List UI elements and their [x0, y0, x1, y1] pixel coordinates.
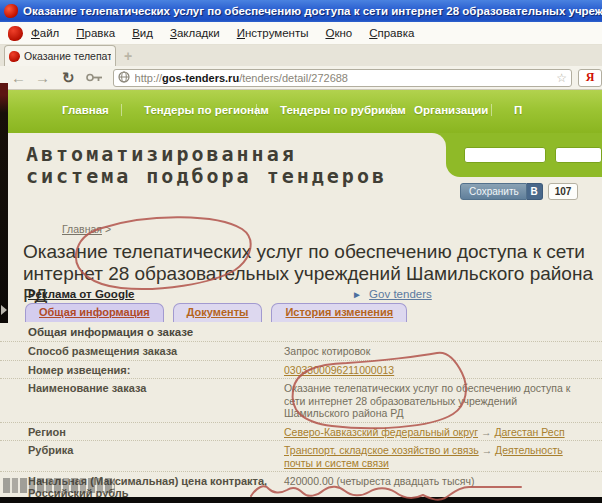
menu-file[interactable]: Файл	[31, 27, 59, 39]
gov-tenders-link[interactable]: Gov tenders	[369, 288, 432, 300]
vk-share-widget[interactable]: Сохранить В 107	[460, 183, 578, 200]
play-marker-icon	[1, 305, 7, 315]
table-row: Номер извещения: 0303300096211000013	[0, 360, 602, 379]
notice-number-link[interactable]: 0303300096211000013	[284, 364, 394, 376]
row-label: Номер извещения:	[0, 361, 282, 379]
menu-help[interactable]: Справка	[369, 27, 414, 39]
breadcrumb-separator: >	[105, 223, 111, 235]
nav-tenders-by-rubric[interactable]: Тендеры по рубрикам	[280, 104, 406, 116]
table-row: Наименование заказа Оказание телепатичес…	[0, 378, 602, 422]
row-label: Рубрика	[0, 441, 282, 471]
table-section-header: Общая информация о заказе	[0, 322, 602, 341]
region-district-link[interactable]: Северо-Кавказский федеральный округ	[284, 426, 478, 438]
rubric-category-link[interactable]: Транспорт, складское хозяйство и связь	[284, 444, 479, 456]
menu-window[interactable]: Окно	[325, 27, 352, 39]
table-row: Рубрика Транспорт, складское хозяйство и…	[0, 440, 602, 471]
search-input-1[interactable]	[464, 147, 546, 163]
tab-documents[interactable]: Документы	[173, 303, 263, 322]
menu-edit[interactable]: Правка	[76, 27, 115, 39]
video-overlay-strip	[0, 83, 8, 323]
window-titlebar: Оказание телепатических услуг по обеспеч…	[0, 0, 602, 22]
tab-favicon-icon	[9, 51, 20, 62]
tab-general-info[interactable]: Общая информация	[25, 303, 164, 322]
nav-organizations[interactable]: Организации	[414, 104, 488, 116]
video-bottom-bar	[0, 497, 602, 503]
url-text: http://gos-tenders.ru/tenders/detail/272…	[135, 72, 553, 84]
row-value: Запрос котировок	[282, 342, 574, 360]
forward-button-icon[interactable]: →	[35, 70, 50, 85]
menu-bar: Файл Правка Вид Закладки Инструменты Окн…	[0, 22, 602, 45]
arrow-separator: →	[481, 426, 492, 438]
nav-divider	[121, 104, 122, 116]
bookmark-star-icon[interactable]: ☆	[556, 71, 567, 85]
address-bar[interactable]: http://gos-tenders.ru/tenders/detail/272…	[113, 69, 572, 87]
table-row: Способ размещения заказа Запрос котирово…	[0, 341, 602, 360]
browser-logo-icon	[8, 26, 23, 41]
row-label: Наименование заказа	[0, 379, 282, 422]
order-info-table: Общая информация о заказе Способ размеще…	[0, 322, 602, 501]
site-logo-line1: Автоматизированная	[26, 143, 446, 165]
breadcrumb: Главная >	[62, 223, 111, 235]
tab-bar: Оказание телепатичес... +	[0, 45, 602, 66]
content-tabs: Общая информация Документы История измен…	[25, 303, 416, 322]
gov-tenders-ad[interactable]: ► Gov tenders	[352, 288, 432, 300]
watermark	[3, 478, 115, 493]
yandex-search-button[interactable]: Я	[578, 69, 602, 87]
vk-logo-icon: В	[527, 183, 543, 200]
window-title: Оказание телепатических услуг по обеспеч…	[23, 5, 602, 17]
triangle-icon: ►	[352, 289, 362, 300]
arrow-separator: →	[482, 444, 493, 456]
key-icon	[86, 69, 103, 87]
table-row: Регион Северо-Кавказский федеральный окр…	[0, 422, 602, 441]
row-label: Способ размещения заказа	[0, 342, 282, 360]
nav-divider	[491, 104, 492, 116]
tab-title: Оказание телепатичес...	[24, 50, 111, 62]
reload-button-icon[interactable]: ↻	[62, 70, 75, 85]
breadcrumb-home-link[interactable]: Главная	[62, 223, 102, 235]
region-republic-link[interactable]: Дагестан Респ	[494, 426, 564, 438]
menu-view[interactable]: Вид	[132, 27, 153, 39]
nav-tenders-by-region[interactable]: Тендеры по регионам	[144, 104, 269, 116]
google-ad-label[interactable]: Реклама от Google	[28, 288, 135, 300]
tab-history[interactable]: История изменения	[271, 303, 407, 322]
site-navigation: Главная Тендеры по регионам Тендеры по р…	[0, 90, 602, 133]
vk-share-count: 107	[548, 183, 579, 200]
search-input-2[interactable]	[555, 147, 602, 163]
menu-tools[interactable]: Инструменты	[237, 27, 309, 39]
nav-divider	[256, 104, 257, 116]
navigation-toolbar: ← → ↻ http://gos-tenders.ru/tenders/deta…	[0, 66, 602, 90]
browser-tab[interactable]: Оказание телепатичес...	[4, 45, 116, 66]
nav-divider	[391, 104, 392, 116]
back-button-icon[interactable]: ←	[11, 70, 26, 85]
nav-home[interactable]: Главная	[62, 104, 109, 116]
globe-icon	[118, 69, 130, 87]
url-domain: gos-tenders.ru	[162, 72, 239, 84]
vk-save-button[interactable]: Сохранить	[460, 183, 527, 200]
site-logo-line2: система подбора тендеров	[26, 165, 446, 187]
browser-app-icon	[4, 4, 18, 18]
menu-bookmarks[interactable]: Закладки	[170, 27, 220, 39]
row-label: Регион	[0, 423, 282, 441]
site-logo: Автоматизированная система подбора тенде…	[26, 143, 446, 187]
nav-clipped-item[interactable]: П	[514, 104, 522, 116]
new-tab-button[interactable]: +	[124, 49, 132, 63]
row-value: Оказание телепатических услуг по обеспеч…	[282, 379, 574, 422]
